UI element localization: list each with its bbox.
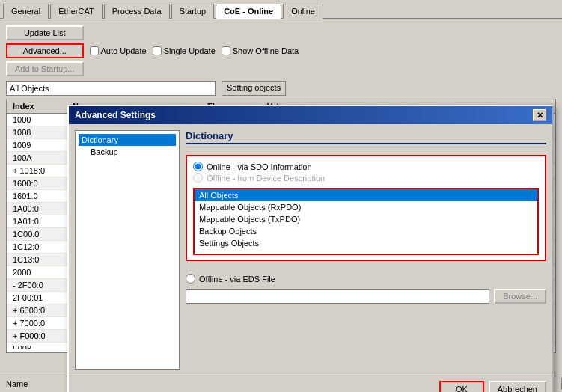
radio-offline-device: Offline - from Device Description <box>193 172 539 183</box>
radio-offline-eds[interactable]: Offline - via EDS File <box>186 273 546 284</box>
list-box-wrapper: All ObjectsMappable Objects (RxPDO)Mappa… <box>193 188 539 255</box>
list-item[interactable]: Settings Objects <box>195 237 537 249</box>
list-item[interactable]: Backup Objects <box>195 225 537 237</box>
dialog-title: Advanced Settings <box>75 110 156 120</box>
dialog-body: Dictionary Backup Dictionary Online - vi… <box>69 124 552 376</box>
ok-button[interactable]: OK <box>439 381 484 392</box>
list-item[interactable]: All Objects <box>195 189 537 201</box>
offline-input-row: Browse... <box>186 289 546 304</box>
radio-offline-device-input <box>193 173 203 183</box>
tree-item-dictionary[interactable]: Dictionary <box>79 134 176 146</box>
radio-online-sdo-label: Online - via SDO Information <box>207 162 312 171</box>
radio-online-sdo[interactable]: Online - via SDO Information <box>193 161 539 172</box>
advanced-settings-dialog: Advanced Settings ✕ Dictionary Backup Di… <box>67 105 554 392</box>
list-item[interactable]: Mappable Objects (TxPDO) <box>195 213 537 225</box>
content-panel: Dictionary Online - via SDO Information … <box>186 130 546 370</box>
cancel-button[interactable]: Abbrechen <box>489 381 546 392</box>
radio-offline-eds-input[interactable] <box>186 274 195 284</box>
radio-online-sdo-input[interactable] <box>193 162 203 171</box>
online-sdo-group: Online - via SDO Information Offline - f… <box>186 155 546 261</box>
objects-list[interactable]: All ObjectsMappable Objects (RxPDO)Mappa… <box>193 188 539 255</box>
list-item[interactable]: Mappable Objects (RxPDO) <box>195 201 537 213</box>
browse-button[interactable]: Browse... <box>494 289 546 304</box>
dialog-overlay: Advanced Settings ✕ Dictionary Backup Di… <box>0 0 562 392</box>
section-title: Dictionary <box>186 130 546 144</box>
offline-file-input[interactable] <box>186 289 489 304</box>
offline-section: Offline - via EDS File Browse... <box>186 273 546 304</box>
radio-offline-eds-label: Offline - via EDS File <box>199 275 275 284</box>
tree-item-backup[interactable]: Backup <box>79 146 176 158</box>
dialog-footer: OK Abbrechen <box>69 376 552 392</box>
dialog-titlebar: Advanced Settings ✕ <box>69 106 552 124</box>
dialog-close-button[interactable]: ✕ <box>533 109 546 121</box>
radio-offline-device-label: Offline - from Device Description <box>207 174 325 183</box>
tree-panel: Dictionary Backup <box>75 130 180 370</box>
